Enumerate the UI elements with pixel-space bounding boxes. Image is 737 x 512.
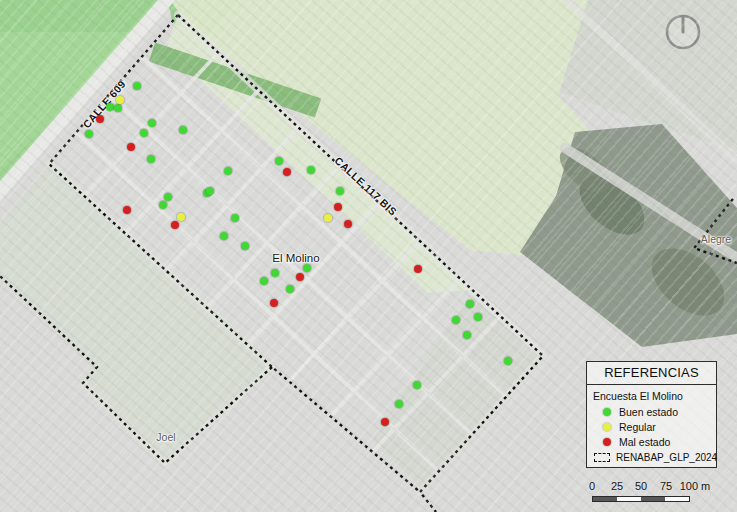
legend-items: Buen estadoRegularMal estado <box>592 404 711 449</box>
map-export-canvas: CALLE 609CALLE 117 BISEl MolinoJoelAlegr… <box>0 0 737 512</box>
scale-tick-label: 75 <box>660 480 672 492</box>
scale-tick-label: 100 m <box>680 480 711 492</box>
legend-item-label: RENABAP_GLP_2024 <box>616 452 717 463</box>
scale-bar-segments <box>592 496 690 502</box>
legend-item-label: Buen estado <box>619 406 678 418</box>
legend-body: Encuesta El Molino Buen estadoRegularMal… <box>587 385 716 466</box>
north-arrow-icon <box>667 16 699 48</box>
dashed-boundary-swatch-icon <box>594 453 610 462</box>
mal-status-swatch-icon <box>603 438 611 446</box>
scale-tick-label: 50 <box>635 480 647 492</box>
legend-item-label: Mal estado <box>619 436 670 448</box>
legend-item-regular: Regular <box>592 419 711 434</box>
legend-item-label: Regular <box>619 421 656 433</box>
legend-item-buen: Buen estado <box>592 404 711 419</box>
buen-status-swatch-icon <box>603 408 611 416</box>
regular-status-swatch-icon <box>603 423 611 431</box>
legend-title: REFERENCIAS <box>587 362 716 385</box>
legend-layer-name: Encuesta El Molino <box>593 390 711 402</box>
scale-tick-label: 25 <box>611 480 623 492</box>
legend-panel: REFERENCIAS Encuesta El Molino Buen esta… <box>586 361 717 468</box>
scale-tick-label: 0 <box>589 480 595 492</box>
legend-item-renabap: RENABAP_GLP_2024 <box>592 449 711 466</box>
legend-item-mal: Mal estado <box>592 434 711 449</box>
